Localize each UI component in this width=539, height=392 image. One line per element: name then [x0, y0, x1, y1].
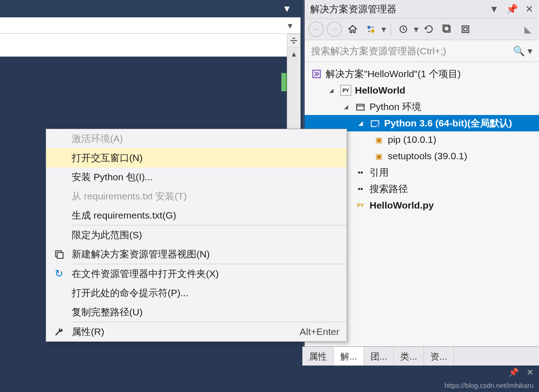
- overflow-icon[interactable]: ◣: [520, 21, 535, 37]
- panel-titlebar: 解决方案资源管理器 ▼ 📌 ✕: [305, 0, 539, 18]
- environments-label: Python 环境: [370, 100, 421, 113]
- dropdown-icon[interactable]: ▾: [414, 24, 418, 35]
- package-icon: ▣: [373, 151, 384, 162]
- expander-icon[interactable]: ◢: [359, 120, 366, 126]
- forward-icon[interactable]: →: [327, 21, 342, 37]
- svg-point-10: [376, 124, 379, 127]
- bottom-tab-bar: 属性 解... 团... 类... 资...: [302, 346, 539, 366]
- menu-open-in-explorer[interactable]: ↻ 在文件资源管理器中打开文件夹(X): [46, 264, 347, 283]
- dropdown-icon[interactable]: ▾: [381, 24, 386, 35]
- vertical-scrollbar[interactable]: ▲: [287, 47, 301, 130]
- editor-body[interactable]: [0, 34, 301, 57]
- menu-activate-env: 激活环境(A): [46, 129, 347, 148]
- panel-title-text: 解决方案资源管理器: [310, 3, 396, 16]
- search-placeholder: 搜索解决方案资源管理器(Ctrl+;): [311, 45, 446, 57]
- tab-overflow-icon[interactable]: ▼: [282, 4, 291, 14]
- search-paths-icon: ▪▪: [355, 183, 366, 194]
- setuptools-label: setuptools (39.0.1): [388, 151, 467, 162]
- editor-toolbar: ▾: [0, 17, 301, 34]
- svg-rect-1: [371, 30, 374, 32]
- status-bar: 📌 ✕ https://blog.csdn.net/imhikaru: [0, 366, 539, 392]
- solution-icon: [311, 68, 322, 79]
- references-icon: ▪▪: [355, 167, 366, 178]
- menu-copy-full-path[interactable]: 复制完整路径(U): [46, 303, 347, 322]
- package-icon: ▣: [373, 134, 384, 145]
- wrench-icon: [46, 327, 72, 337]
- svg-rect-6: [464, 27, 467, 31]
- close-icon[interactable]: ✕: [527, 367, 534, 377]
- toolbar-dropdown-icon[interactable]: ▾: [288, 20, 292, 31]
- svg-rect-12: [57, 252, 63, 258]
- tab-class[interactable]: 类...: [394, 347, 424, 366]
- solution-node[interactable]: 解决方案"HelloWorld"(1 个项目): [305, 66, 539, 82]
- back-icon[interactable]: ←: [308, 21, 324, 37]
- tab-resources[interactable]: 资...: [424, 347, 454, 366]
- expander-icon[interactable]: ◢: [344, 104, 351, 110]
- menu-scope-to-this[interactable]: 限定为此范围(S): [46, 225, 347, 245]
- menu-generate-requirements[interactable]: 生成 requirements.txt(G): [46, 206, 347, 225]
- scroll-up-icon[interactable]: ▲: [287, 47, 301, 61]
- environments-node[interactable]: ◢ Python 环境: [305, 99, 539, 115]
- menu-install-package[interactable]: 安装 Python 包(I)...: [46, 167, 347, 187]
- show-all-icon[interactable]: [458, 21, 473, 37]
- new-view-icon: [46, 249, 72, 259]
- project-label: HelloWorld: [355, 85, 405, 96]
- home-icon[interactable]: [345, 21, 360, 37]
- open-folder-icon: ↻: [46, 268, 72, 280]
- python-file-icon: PY: [355, 200, 366, 211]
- split-handle-icon[interactable]: [287, 34, 301, 47]
- expander-icon[interactable]: ◢: [329, 87, 337, 94]
- context-menu: 激活环境(A) 打开交互窗口(N) 安装 Python 包(I)... 从 re…: [46, 129, 347, 342]
- watermark-text: https://blog.csdn.net/imhikaru: [444, 382, 534, 389]
- menu-open-command-prompt[interactable]: 打开此处的命令提示符(P)...: [46, 283, 347, 303]
- svg-rect-8: [357, 105, 365, 110]
- svg-rect-0: [368, 26, 370, 29]
- search-box[interactable]: 搜索解决方案资源管理器(Ctrl+;) 🔍 ▾: [305, 40, 539, 62]
- menu-open-interactive[interactable]: 打开交互窗口(N): [46, 148, 347, 167]
- svg-rect-5: [462, 26, 469, 33]
- pip-label: pip (10.0.1): [388, 134, 436, 145]
- search-paths-label: 搜索路径: [370, 183, 408, 195]
- sync-icon[interactable]: [363, 21, 379, 37]
- pin-icon[interactable]: 📌: [508, 367, 518, 377]
- panel-toolbar: ← → ▾ ▾ ◣: [305, 18, 539, 40]
- environments-icon: [355, 101, 366, 112]
- collapse-icon[interactable]: [439, 21, 455, 37]
- menu-new-solution-view[interactable]: 新建解决方案资源管理器视图(N): [46, 245, 347, 264]
- python-env-icon: [370, 118, 380, 129]
- close-icon[interactable]: ✕: [525, 4, 534, 15]
- menu-install-from-requirements: 从 requirements.txt 安装(T): [46, 187, 347, 206]
- python-project-icon: PY: [340, 85, 351, 96]
- shortcut-text: Alt+Enter: [300, 326, 339, 337]
- history-icon[interactable]: [396, 21, 411, 37]
- tab-solution[interactable]: 解...: [334, 347, 364, 366]
- search-dropdown-icon[interactable]: ▾: [528, 46, 533, 56]
- python-env-label: Python 3.6 (64-bit)(全局默认): [384, 117, 512, 130]
- separator: [391, 23, 391, 36]
- tab-team[interactable]: 团...: [364, 347, 394, 366]
- search-icon[interactable]: 🔍: [513, 46, 525, 56]
- menu-properties[interactable]: 属性(R) Alt+Enter: [46, 322, 347, 341]
- solution-label: 解决方案"HelloWorld"(1 个项目): [326, 68, 461, 80]
- refresh-icon[interactable]: [421, 21, 437, 37]
- editor-tab-bar: ▼: [0, 0, 301, 17]
- file-label: HelloWorld.py: [370, 200, 434, 211]
- tab-properties[interactable]: 属性: [302, 347, 334, 366]
- pin-icon[interactable]: 📌: [506, 4, 518, 15]
- references-label: 引用: [370, 166, 389, 179]
- project-node[interactable]: ◢ PY HelloWorld: [305, 82, 539, 99]
- panel-options-icon[interactable]: ▼: [489, 4, 499, 15]
- change-marker: [281, 73, 287, 91]
